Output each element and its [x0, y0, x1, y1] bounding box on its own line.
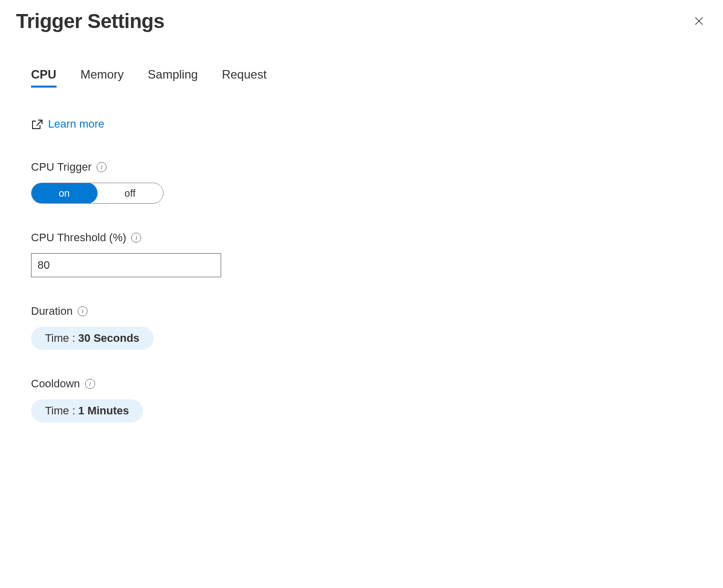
info-icon[interactable]: i — [97, 162, 107, 172]
panel-title: Trigger Settings — [16, 10, 165, 33]
info-icon[interactable]: i — [131, 233, 141, 243]
cooldown-label-row: Cooldown i — [31, 377, 707, 390]
cooldown-field: Cooldown i Time : 1 Minutes — [31, 377, 707, 422]
toggle-on[interactable]: on — [31, 183, 98, 204]
cpu-trigger-label: CPU Trigger — [31, 161, 92, 174]
learn-more-label: Learn more — [48, 118, 105, 131]
tab-sampling[interactable]: Sampling — [148, 68, 198, 88]
duration-pill-label: Time : — [45, 332, 75, 345]
cooldown-pill[interactable]: Time : 1 Minutes — [31, 399, 143, 422]
panel-header: Trigger Settings — [16, 10, 707, 33]
trigger-settings-panel: Trigger Settings CPU Memory Sampling Req… — [0, 0, 723, 588]
panel-content: CPU Memory Sampling Request Learn more C… — [16, 68, 707, 422]
tab-cpu[interactable]: CPU — [31, 68, 57, 88]
info-icon[interactable]: i — [85, 379, 95, 389]
cpu-threshold-input[interactable] — [31, 253, 221, 277]
close-button[interactable] — [691, 13, 707, 29]
cpu-trigger-label-row: CPU Trigger i — [31, 161, 707, 174]
tab-request[interactable]: Request — [222, 68, 266, 88]
cpu-trigger-toggle[interactable]: on off — [31, 183, 164, 204]
tabs: CPU Memory Sampling Request — [31, 68, 707, 88]
cooldown-pill-label: Time : — [45, 404, 75, 417]
cpu-threshold-label-row: CPU Threshold (%) i — [31, 231, 707, 244]
duration-label-row: Duration i — [31, 305, 707, 318]
duration-field: Duration i Time : 30 Seconds — [31, 305, 707, 350]
cpu-threshold-label: CPU Threshold (%) — [31, 231, 126, 244]
duration-pill-value: 30 Seconds — [78, 332, 139, 345]
cooldown-pill-value: 1 Minutes — [78, 404, 129, 417]
duration-pill[interactable]: Time : 30 Seconds — [31, 327, 154, 350]
toggle-off[interactable]: off — [97, 183, 164, 203]
tab-memory[interactable]: Memory — [81, 68, 124, 88]
info-icon[interactable]: i — [78, 306, 88, 316]
close-icon — [693, 16, 704, 27]
external-link-icon — [31, 118, 43, 130]
cpu-trigger-field: CPU Trigger i on off — [31, 161, 707, 204]
cooldown-label: Cooldown — [31, 377, 80, 390]
learn-more-link[interactable]: Learn more — [31, 118, 105, 131]
duration-label: Duration — [31, 305, 73, 318]
cpu-threshold-field: CPU Threshold (%) i — [31, 231, 707, 277]
